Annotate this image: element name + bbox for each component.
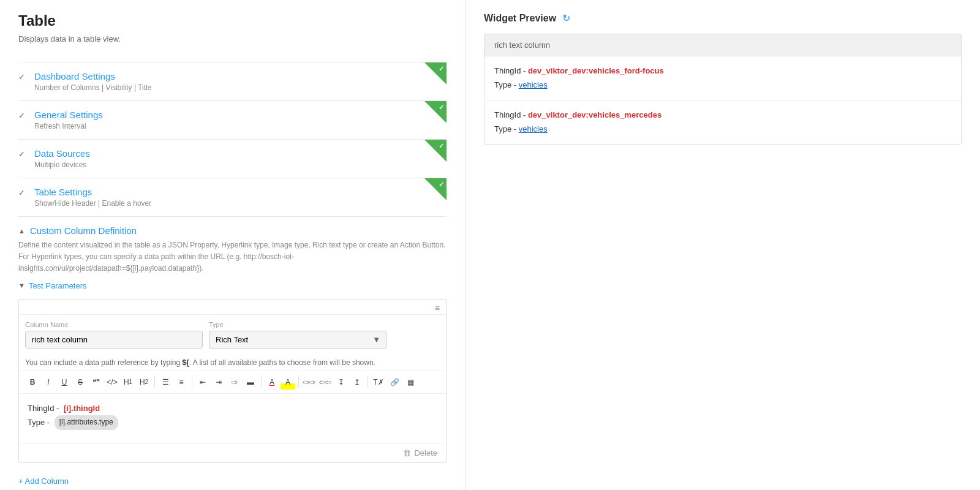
widget-preview-title: Widget Preview <box>484 13 556 24</box>
toolbar-strikethrough-button[interactable]: S <box>73 375 88 390</box>
card-footer: 🗑 Delete <box>19 443 446 462</box>
editor-thingid-text: ThingId - <box>28 401 61 415</box>
toolbar-indent-button[interactable]: ⇨⇨ <box>302 375 317 390</box>
dashboard-settings-subtitle: Number of Columns | Visibility | Title <box>34 83 447 92</box>
general-settings-link[interactable]: General Settings <box>34 110 103 120</box>
delete-label: Delete <box>414 448 437 458</box>
preview-table-header: rich text column <box>484 34 961 56</box>
type-field-group: Type JSON Property Rich Text Hyperlink I… <box>209 321 386 349</box>
chevron-down-icon: ▼ <box>18 282 25 289</box>
column-name-field-group: Column Name <box>25 321 203 349</box>
data-path-hint: You can include a data path reference by… <box>19 355 446 371</box>
toolbar-align-right-button[interactable]: ⇨ <box>227 375 242 390</box>
refresh-icon[interactable]: ↻ <box>562 12 570 24</box>
rich-text-toolbar: B I U S ❝❞ </> H1 H2 ☰ ≡ ⇤ ⇥ ⇨ ▬ <box>19 371 446 394</box>
toolbar-quote-button[interactable]: ❝❞ <box>89 375 104 390</box>
type-select[interactable]: JSON Property Rich Text Hyperlink Image … <box>209 331 386 349</box>
type-label: Type <box>209 321 386 328</box>
table-row: ThingId - dev_viktor_dev:vehicles_ford-f… <box>484 56 961 100</box>
row2-thingid: ThingId - dev_viktor_dev:vehicles_merced… <box>494 108 951 122</box>
toolbar-separator <box>154 377 155 388</box>
right-panel: Widget Preview ↻ rich text column ThingI… <box>466 0 980 490</box>
toolbar-align-bottom-button[interactable]: ↧ <box>334 375 349 390</box>
column-name-label: Column Name <box>25 321 203 328</box>
toolbar-ordered-list-button[interactable]: ☰ <box>158 375 173 390</box>
delete-button[interactable]: 🗑 Delete <box>403 448 437 458</box>
editor-type-text: Type - <box>28 415 52 429</box>
toolbar-underline-button[interactable]: U <box>57 375 72 390</box>
drag-handle-icon[interactable]: ≡ <box>19 300 446 315</box>
trash-icon: 🗑 <box>403 448 411 458</box>
row2-type-label: Type - <box>494 124 519 134</box>
row2-type-value[interactable]: vehicles <box>519 124 548 134</box>
editor-type-var: [i].attributes.type <box>55 415 118 430</box>
row1-type-value[interactable]: vehicles <box>519 80 548 89</box>
row1-thingid: ThingId - dev_viktor_dev:vehicles_ford-f… <box>494 64 951 78</box>
custom-column-title[interactable]: Custom Column Definition <box>30 225 137 236</box>
row2-thingid-label: ThingId - <box>494 110 528 119</box>
toolbar-separator-5 <box>368 377 368 388</box>
toolbar-clear-format-button[interactable]: T✗ <box>371 375 386 390</box>
general-settings-subtitle: Refresh Interval <box>34 122 447 130</box>
chevron-up-icon: ▲ <box>18 227 25 235</box>
badge-check-icon: ✓ <box>439 104 444 111</box>
dashboard-settings-link[interactable]: Dashboard Settings <box>34 71 115 81</box>
row1-type-label: Type - <box>494 80 519 89</box>
toolbar-image-button[interactable]: ▦ <box>403 375 418 390</box>
check-icon: ✓ <box>18 149 29 159</box>
test-params-row[interactable]: ▼ Test Parameters <box>18 281 447 290</box>
widget-preview-header: Widget Preview ↻ <box>484 12 962 24</box>
toolbar-outdent-button[interactable]: ⇦⇦ <box>318 375 333 390</box>
data-sources-link[interactable]: Data Sources <box>34 148 90 159</box>
check-icon: ✓ <box>18 188 29 197</box>
toolbar-bg-color-button[interactable]: A <box>281 375 295 390</box>
check-icon: ✓ <box>18 72 29 81</box>
row1-thingid-label: ThingId - <box>494 66 528 75</box>
editor-thingid-var: [i].thingId <box>64 401 100 415</box>
data-sources-section: ✓ Data Sources Multiple devices ✓ <box>18 139 447 178</box>
badge-check-icon: ✓ <box>439 65 444 73</box>
row2-thingid-value: dev_viktor_dev:vehicles_mercedes <box>528 110 662 119</box>
toolbar-separator-4 <box>298 377 299 388</box>
editor-line-2: Type - [i].attributes.type <box>28 415 437 430</box>
table-row: ThingId - dev_viktor_dev:vehicles_merced… <box>484 100 961 144</box>
table-settings-section: ✓ Table Settings Show/Hide Header | Enab… <box>18 178 447 216</box>
type-select-wrapper: JSON Property Rich Text Hyperlink Image … <box>209 331 386 349</box>
general-settings-section: ✓ General Settings Refresh Interval ✓ <box>18 100 447 139</box>
add-column-button[interactable]: + Add Column <box>18 473 69 489</box>
data-sources-subtitle: Multiple devices <box>34 160 447 169</box>
check-icon: ✓ <box>18 111 29 120</box>
card-fields: Column Name Type JSON Property Rich Text… <box>19 315 446 355</box>
rich-text-editor[interactable]: ThingId - [i].thingId Type - [i].attribu… <box>19 394 446 443</box>
toolbar-h1-button[interactable]: H1 <box>121 375 135 390</box>
custom-column-header: ▲ Custom Column Definition <box>18 225 447 236</box>
toolbar-justify-button[interactable]: ▬ <box>243 375 258 390</box>
row1-thingid-value: dev_viktor_dev:vehicles_ford-focus <box>528 66 664 75</box>
badge-check-icon: ✓ <box>439 181 444 189</box>
widget-preview-table: rich text column ThingId - dev_viktor_de… <box>484 34 962 145</box>
editor-line-1: ThingId - [i].thingId <box>28 401 437 415</box>
toolbar-link-button[interactable]: 🔗 <box>387 375 402 390</box>
row1-type: Type - vehicles <box>494 78 951 92</box>
badge-check-icon: ✓ <box>439 142 444 150</box>
toolbar-separator-3 <box>261 377 262 388</box>
dollar-sign: ${ <box>182 358 189 367</box>
column-name-input[interactable] <box>25 331 203 349</box>
toolbar-font-color-button[interactable]: A <box>265 375 279 390</box>
toolbar-align-top-button[interactable]: ↥ <box>350 375 364 390</box>
row2-type: Type - vehicles <box>494 122 951 136</box>
page-title: Table <box>18 12 447 29</box>
test-params-label: Test Parameters <box>29 281 87 290</box>
custom-column-section: ▲ Custom Column Definition Define the co… <box>18 216 447 490</box>
toolbar-h2-button[interactable]: H2 <box>137 375 151 390</box>
toolbar-italic-button[interactable]: I <box>41 375 56 390</box>
dashboard-settings-section: ✓ Dashboard Settings Number of Columns |… <box>18 62 447 100</box>
toolbar-bold-button[interactable]: B <box>25 375 40 390</box>
table-settings-link[interactable]: Table Settings <box>34 187 92 197</box>
toolbar-separator-2 <box>192 377 192 388</box>
toolbar-unordered-list-button[interactable]: ≡ <box>174 375 189 390</box>
page-subtitle: Displays data in a table view. <box>18 34 447 43</box>
toolbar-align-center-button[interactable]: ⇥ <box>211 375 226 390</box>
toolbar-code-button[interactable]: </> <box>105 375 119 390</box>
toolbar-align-left-button[interactable]: ⇤ <box>195 375 210 390</box>
